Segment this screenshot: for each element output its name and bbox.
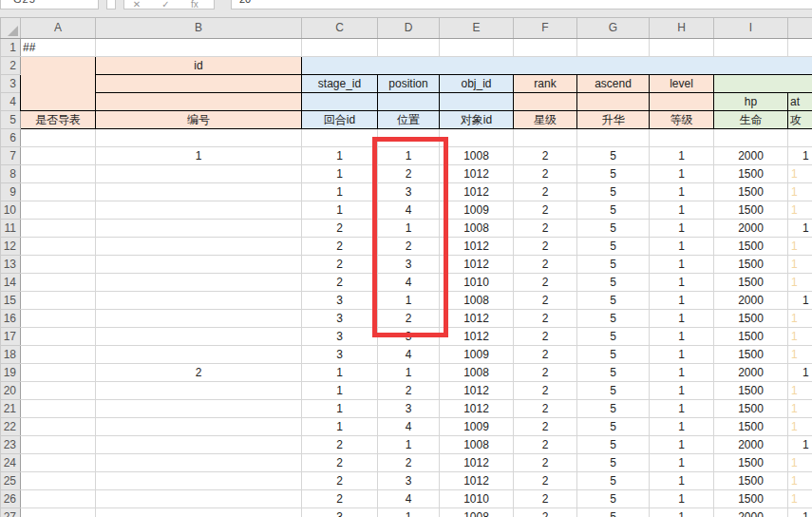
row-header[interactable]: 5 — [1, 111, 21, 129]
cell-h[interactable]: 1 — [650, 364, 714, 382]
cell-f[interactable]: 2 — [514, 400, 577, 418]
cell[interactable] — [650, 129, 714, 147]
cell-d[interactable]: 1 — [378, 508, 440, 517]
cell-cn-h[interactable]: 等级 — [650, 111, 714, 129]
cell-g[interactable]: 5 — [577, 238, 650, 256]
cell-cn-f[interactable]: 星级 — [514, 111, 577, 129]
cell-c4[interactable] — [302, 93, 378, 111]
cell-j[interactable]: 1 — [788, 201, 812, 220]
cell[interactable] — [577, 129, 650, 147]
column-header-g[interactable]: G — [577, 18, 650, 39]
cell-a[interactable] — [21, 183, 96, 201]
cell-h[interactable]: 1 — [650, 382, 714, 400]
cell-h[interactable]: 1 — [650, 274, 714, 292]
cell-f[interactable]: 2 — [514, 364, 577, 382]
cell-g[interactable]: 5 — [577, 292, 650, 310]
cell-c[interactable]: 2 — [302, 274, 378, 292]
cell-g[interactable]: 5 — [577, 508, 650, 517]
cell-b[interactable] — [96, 292, 302, 310]
cell-h[interactable]: 1 — [650, 292, 714, 310]
cell-e[interactable]: 1012 — [440, 382, 514, 400]
cell-a[interactable] — [21, 454, 96, 472]
cell-b[interactable] — [96, 328, 302, 346]
cell-g[interactable]: 5 — [577, 490, 650, 508]
cell-g4[interactable] — [577, 93, 650, 111]
cell-g[interactable]: 5 — [577, 183, 650, 201]
cell-d[interactable]: 1 — [378, 364, 440, 382]
cell-i[interactable]: 1500 — [714, 238, 788, 256]
cell-g[interactable]: 5 — [577, 436, 650, 454]
cell-a[interactable] — [21, 238, 96, 256]
cell-b[interactable] — [96, 238, 302, 256]
row-header[interactable]: 1 — [1, 39, 21, 57]
row-header[interactable]: 6 — [1, 129, 21, 147]
cell-obj-id[interactable]: obj_id — [440, 75, 514, 93]
red-annotation-rectangle[interactable] — [372, 137, 448, 337]
cell-a[interactable] — [21, 418, 96, 436]
cell-e[interactable]: 1012 — [440, 310, 514, 328]
cell-b[interactable] — [96, 165, 302, 183]
cell-ascend[interactable]: ascend — [577, 75, 650, 93]
cell-b[interactable] — [96, 472, 302, 490]
cell-d[interactable]: 4 — [378, 490, 440, 508]
cell-at[interactable]: at — [788, 93, 812, 111]
cell-e[interactable]: 1008 — [440, 220, 514, 238]
cell-e[interactable]: 1012 — [440, 183, 514, 201]
cell-h[interactable]: 1 — [650, 201, 714, 220]
cell-d[interactable]: 2 — [378, 454, 440, 472]
cell-f[interactable]: 2 — [514, 328, 577, 346]
cell-c[interactable]: 2 — [302, 454, 378, 472]
row-header[interactable]: 2 — [1, 57, 21, 75]
cell-e[interactable]: 1012 — [440, 256, 514, 274]
cell-b[interactable] — [96, 454, 302, 472]
cell-i[interactable]: 1500 — [714, 418, 788, 436]
cell[interactable] — [96, 129, 302, 147]
cell-d[interactable]: 4 — [378, 346, 440, 364]
cell-cn-d[interactable]: 位置 — [378, 111, 440, 129]
cell-b[interactable] — [96, 201, 302, 220]
row-header[interactable]: 21 — [1, 400, 21, 418]
cell-c[interactable]: 2 — [302, 220, 378, 238]
cell-f[interactable]: 2 — [514, 346, 577, 364]
cell-c[interactable]: 1 — [302, 418, 378, 436]
cell-f[interactable]: 2 — [514, 256, 577, 274]
cell-h[interactable]: 1 — [650, 508, 714, 517]
row-header[interactable]: 10 — [1, 201, 21, 220]
cell-f[interactable]: 2 — [514, 508, 577, 517]
cell-i[interactable]: 1500 — [714, 256, 788, 274]
cell-g[interactable]: 5 — [577, 472, 650, 490]
cell-j[interactable]: 1 — [788, 238, 812, 256]
cell-c[interactable]: 3 — [302, 310, 378, 328]
cell-j[interactable]: 1 — [788, 472, 812, 490]
cell-b[interactable] — [96, 400, 302, 418]
cell-e[interactable]: 1008 — [440, 292, 514, 310]
column-header-i[interactable]: I — [714, 18, 788, 39]
cell-cn-g[interactable]: 升华 — [577, 111, 650, 129]
row-header[interactable]: 25 — [1, 472, 21, 490]
cell-c[interactable]: 2 — [302, 256, 378, 274]
cell-i[interactable]: 2000 — [714, 147, 788, 165]
cell-a[interactable] — [21, 201, 96, 220]
cell-g[interactable]: 5 — [577, 220, 650, 238]
row-header[interactable]: 26 — [1, 490, 21, 508]
cell-b[interactable] — [96, 508, 302, 517]
cell-j[interactable]: 1 — [788, 328, 812, 346]
cell-b4[interactable] — [96, 93, 302, 111]
cell-i[interactable]: 1500 — [714, 454, 788, 472]
cell-i[interactable]: 2000 — [714, 220, 788, 238]
cell-a[interactable] — [21, 165, 96, 183]
cell-position[interactable]: position — [378, 75, 440, 93]
row-header[interactable]: 20 — [1, 382, 21, 400]
cell-h4[interactable] — [650, 93, 714, 111]
cell-a1[interactable]: ## — [21, 39, 96, 57]
cell-a[interactable] — [21, 346, 96, 364]
cell-j[interactable]: 1 — [788, 274, 812, 292]
cell[interactable] — [514, 39, 577, 57]
cell-c[interactable]: 2 — [302, 490, 378, 508]
row-header[interactable]: 23 — [1, 436, 21, 454]
cell-a[interactable] — [21, 490, 96, 508]
cell-i[interactable]: 1500 — [714, 328, 788, 346]
row-header[interactable]: 8 — [1, 165, 21, 183]
cell-f[interactable]: 2 — [514, 183, 577, 201]
cell-d[interactable]: 2 — [378, 382, 440, 400]
